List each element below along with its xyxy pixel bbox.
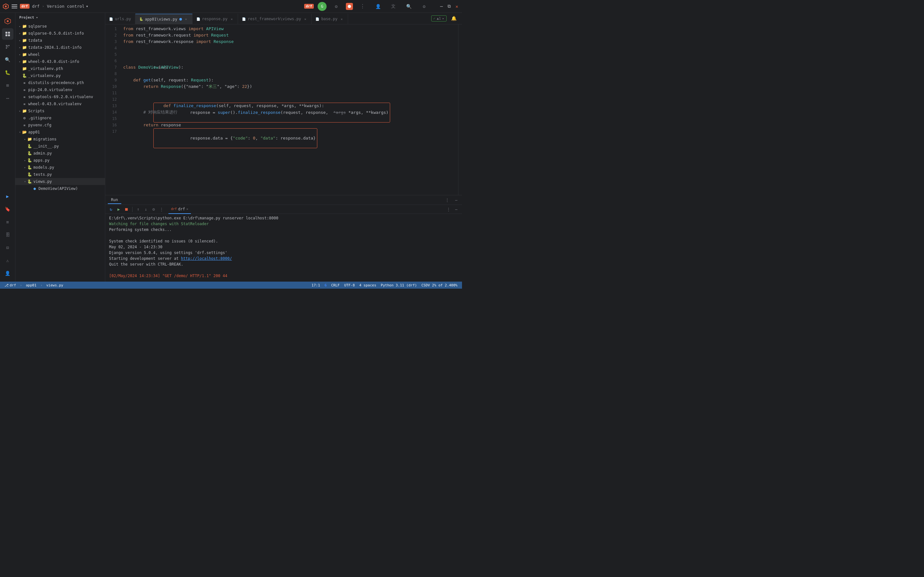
vcs-icon[interactable]: [2, 41, 13, 53]
add-user-icon[interactable]: 👤: [372, 1, 384, 12]
run-tab-more[interactable]: ⋮: [445, 206, 452, 213]
tab-run[interactable]: Run: [108, 196, 121, 204]
more-btn[interactable]: ⋮: [445, 206, 452, 213]
stop-button[interactable]: ⏹: [123, 206, 130, 213]
tab-close-button[interactable]: ✕: [339, 17, 344, 21]
panel-more-button[interactable]: ⋮: [444, 197, 450, 203]
sidebar-item-wheel-virtualenv[interactable]: ▸ ≡ wheel-0.43.0.virtualenv: [15, 100, 105, 108]
panel-close-button[interactable]: −: [453, 197, 460, 203]
tab-close-button[interactable]: ✕: [229, 17, 234, 21]
file-icon: ≡: [22, 87, 27, 92]
minimize-button[interactable]: ─: [439, 4, 444, 9]
sidebar-item-setuptools[interactable]: ▸ ≡ setuptools-69.2.0.virtualenv: [15, 93, 105, 100]
sidebar-item-wheel[interactable]: ▸ 📁 wheel: [15, 51, 105, 58]
server-link[interactable]: http://localhost:8000/: [181, 256, 232, 261]
run-tab-close-button[interactable]: ✕: [186, 207, 188, 211]
sidebar-item-demoview[interactable]: ▸ ● DemoView(APIView): [15, 185, 105, 192]
status-line-ending[interactable]: CRLF: [329, 283, 342, 287]
sidebar-item-apps[interactable]: ▸ 🐍 apps.py: [15, 157, 105, 164]
sidebar-item-virtualenv-py[interactable]: ▸ 🐍 _virtualenv.py: [15, 72, 105, 79]
code-line-1: from rest_framework.views import APIView: [123, 26, 458, 32]
status-views[interactable]: views.py: [44, 283, 65, 287]
status-branch[interactable]: ⎇ drf: [3, 283, 18, 287]
more-tools-icon[interactable]: ⋯: [2, 92, 13, 104]
tab-base-py[interactable]: 📄 base.py ✕: [311, 14, 348, 24]
status-python-version[interactable]: Python 3.11 (drf): [379, 283, 419, 287]
run-debug-icon[interactable]: 🐛: [2, 67, 13, 78]
sidebar-item-migrations[interactable]: ▸ 📁 migrations: [15, 136, 105, 143]
status-position[interactable]: 17:1: [310, 283, 322, 287]
scroll-down-button[interactable]: ↓: [143, 206, 149, 213]
bulb-icon[interactable]: 💡: [121, 116, 121, 122]
tab-views-py[interactable]: 🐍 app01\views.py ✕: [135, 14, 192, 24]
restore-button[interactable]: ⧉: [447, 4, 452, 9]
run-bottom-icon[interactable]: ▶: [2, 190, 13, 202]
notification-icon[interactable]: ⚠: [2, 255, 13, 266]
find-icon[interactable]: 🔍: [2, 54, 13, 65]
code-area[interactable]: from rest_framework.views import APIView…: [121, 24, 458, 195]
layers-icon[interactable]: ≡: [2, 216, 13, 228]
code-editor[interactable]: 12345 678910 1112131415 1617 from rest_f…: [105, 24, 462, 195]
status-indent[interactable]: 4 spaces: [357, 283, 378, 287]
arrow-icon: ▸: [18, 109, 22, 113]
database-icon[interactable]: 🗄: [2, 229, 13, 240]
minimize-panel-button[interactable]: −: [453, 206, 460, 213]
status-encoding[interactable]: UTF-8: [342, 283, 357, 287]
inspection-badge[interactable]: ✓ ▲1 ▸: [431, 15, 447, 21]
sidebar-item-init[interactable]: ▸ 🐍 __init__.py: [15, 143, 105, 150]
sidebar-item-distutils[interactable]: ▸ ≡ distutils-precedence.pth: [15, 79, 105, 86]
sidebar-item-wheel-distinfo[interactable]: ▸ 📁 wheel-0.43.0.dist-info: [15, 58, 105, 65]
tab-close-button[interactable]: ✕: [303, 17, 307, 21]
search-header-icon[interactable]: 🔍: [403, 1, 414, 12]
plugins-icon[interactable]: ⚙: [331, 1, 342, 12]
status-google[interactable]: G: [323, 283, 329, 287]
rerun-button[interactable]: ↻: [108, 206, 114, 213]
sidebar-item-tests[interactable]: ▸ 🐍 tests.py: [15, 171, 105, 178]
close-button[interactable]: ✕: [454, 4, 460, 9]
sidebar-item-pip[interactable]: ▸ ≡ pip-24.0.virtualenv: [15, 86, 105, 93]
sidebar-item-views[interactable]: ▾ 🐍 views.py: [15, 178, 105, 185]
tab-urls-py[interactable]: 📄 urls.py: [105, 14, 135, 24]
terminal-line-2: Watching for file changes with StatReloa…: [109, 221, 458, 227]
scroll-up-button[interactable]: ↑: [135, 206, 142, 213]
sidebar-item-app01[interactable]: ▾ 📂 app01: [15, 129, 105, 136]
profile-bottom-icon[interactable]: 👤: [2, 268, 13, 279]
plugins-nav-icon[interactable]: ⊞: [2, 79, 13, 91]
run-btn[interactable]: ▶: [116, 206, 122, 213]
code-line-10: return Response({"name": "米三", "age": 22…: [123, 84, 458, 90]
project-view-icon[interactable]: [2, 28, 13, 40]
hamburger-menu[interactable]: [11, 3, 17, 9]
user-avatar[interactable]: G: [318, 2, 327, 11]
panel-settings-button[interactable]: ⚙: [150, 206, 157, 213]
sidebar-item-models[interactable]: ▸ 🐍 models.py: [15, 164, 105, 171]
sidebar-item-sqlparse[interactable]: ▸ 📁 sqlparse: [15, 23, 105, 30]
panel-menu-button[interactable]: ⋮: [158, 206, 164, 213]
bookmark-icon[interactable]: 🔖: [2, 203, 13, 215]
settings-icon[interactable]: ⚙: [418, 1, 430, 12]
tab-close-button[interactable]: ✕: [184, 17, 188, 21]
sidebar-item-pyvenv[interactable]: ▸ ≡ pyvenv.cfg: [15, 122, 105, 129]
run-tab-drf[interactable]: drf drf ✕: [168, 205, 191, 214]
sidebar-item-admin[interactable]: ▸ 🐍 admin.py: [15, 150, 105, 157]
sidebar-item-sqlparse-distinfo[interactable]: ▸ 📁 sqlparse-0.5.0.dist-info: [15, 30, 105, 37]
record-button[interactable]: [346, 3, 353, 10]
tab-response-py[interactable]: 📄 response.py ✕: [192, 14, 238, 24]
more-actions-icon[interactable]: ⋮: [357, 1, 368, 12]
sidebar-item-tzdata-distinfo[interactable]: ▸ 📁 tzdata-2024.1.dist-info: [15, 44, 105, 51]
status-app01[interactable]: app01: [24, 283, 39, 287]
translate-icon[interactable]: 文: [387, 1, 399, 12]
sidebar-header[interactable]: Project ▾: [15, 13, 105, 22]
version-control-button[interactable]: Version control ▾: [47, 4, 88, 9]
notifications-icon[interactable]: 🔔: [448, 13, 460, 24]
sidebar-item-gitignore[interactable]: ▸ ⚙ .gitignore: [15, 114, 105, 122]
sidebar-item-virtualenv-pth[interactable]: ▸ 📁 _virtualenv.pth: [15, 65, 105, 72]
project-name-dropdown[interactable]: drf: [32, 4, 39, 9]
tab-restframework-views[interactable]: 📄 rest_framework\views.py ✕: [238, 14, 311, 24]
terminal-icon[interactable]: ⊡: [2, 242, 13, 253]
sidebar-item-tzdata[interactable]: ▸ 📁 tzdata: [15, 37, 105, 44]
sidebar-item-scripts[interactable]: ▸ 📁 Scripts: [15, 108, 105, 114]
folder-icon: 📁: [22, 31, 27, 36]
terminal-line-1: E:\drf\.venv\Scripts\python.exe E:\drf\m…: [109, 215, 458, 221]
status-extra[interactable]: CSDV 2% of 2.400%: [419, 283, 460, 287]
ai-assistant[interactable]: drf: [304, 4, 314, 9]
